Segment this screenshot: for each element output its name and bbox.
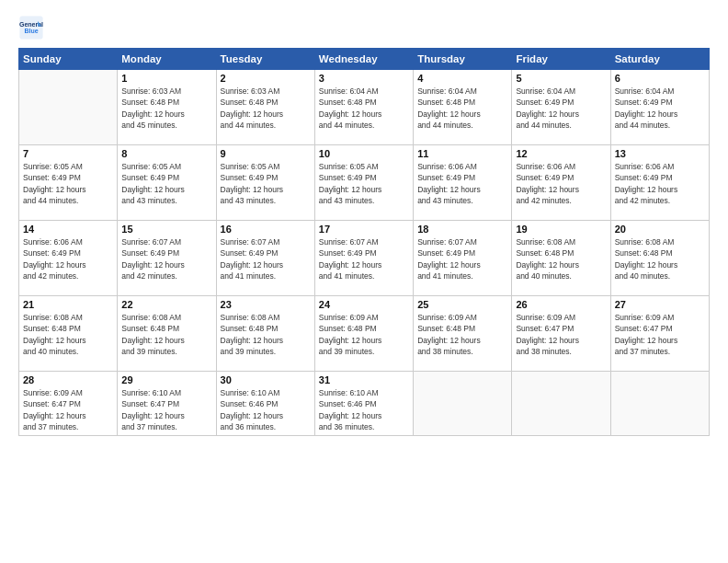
day-info: Sunrise: 6:08 AM Sunset: 6:48 PM Dayligh…: [615, 236, 705, 282]
day-info: Sunrise: 6:06 AM Sunset: 6:49 PM Dayligh…: [23, 236, 113, 282]
day-number: 3: [319, 73, 409, 84]
day-number: 5: [516, 73, 606, 84]
day-info: Sunrise: 6:08 AM Sunset: 6:48 PM Dayligh…: [121, 312, 211, 357]
day-header-saturday: Saturday: [610, 49, 709, 70]
calendar-cell: 5Sunrise: 6:04 AM Sunset: 6:49 PM Daylig…: [512, 70, 610, 145]
day-number: 28: [23, 374, 113, 385]
day-number: 2: [221, 73, 311, 84]
calendar-cell: 18Sunrise: 6:07 AM Sunset: 6:49 PM Dayli…: [414, 221, 512, 296]
day-number: 11: [417, 148, 507, 159]
day-number: 12: [516, 148, 606, 159]
day-info: Sunrise: 6:06 AM Sunset: 6:49 PM Dayligh…: [417, 161, 507, 206]
day-info: Sunrise: 6:05 AM Sunset: 6:49 PM Dayligh…: [319, 161, 409, 206]
calendar-cell: 20Sunrise: 6:08 AM Sunset: 6:48 PM Dayli…: [610, 221, 709, 296]
day-header-sunday: Sunday: [19, 49, 118, 70]
day-info: Sunrise: 6:04 AM Sunset: 6:49 PM Dayligh…: [516, 86, 606, 131]
calendar-cell: 24Sunrise: 6:09 AM Sunset: 6:48 PM Dayli…: [314, 296, 413, 372]
day-info: Sunrise: 6:08 AM Sunset: 6:48 PM Dayligh…: [516, 236, 606, 282]
calendar-cell: [610, 372, 709, 436]
calendar-cell: 27Sunrise: 6:09 AM Sunset: 6:47 PM Dayli…: [610, 296, 709, 372]
calendar-cell: 9Sunrise: 6:05 AM Sunset: 6:49 PM Daylig…: [216, 145, 314, 221]
day-number: 17: [319, 224, 409, 235]
calendar-cell: 30Sunrise: 6:10 AM Sunset: 6:46 PM Dayli…: [216, 372, 314, 436]
day-info: Sunrise: 6:05 AM Sunset: 6:49 PM Dayligh…: [23, 161, 113, 206]
day-number: 30: [221, 374, 311, 385]
calendar-cell: [19, 70, 118, 145]
day-header-friday: Friday: [512, 49, 610, 70]
calendar-cell: 21Sunrise: 6:08 AM Sunset: 6:48 PM Dayli…: [19, 296, 118, 372]
day-header-monday: Monday: [118, 49, 216, 70]
day-number: 25: [417, 299, 507, 310]
day-info: Sunrise: 6:07 AM Sunset: 6:49 PM Dayligh…: [319, 236, 409, 282]
day-info: Sunrise: 6:05 AM Sunset: 6:49 PM Dayligh…: [221, 161, 311, 206]
calendar-cell: 25Sunrise: 6:09 AM Sunset: 6:48 PM Dayli…: [414, 296, 512, 372]
day-number: 4: [417, 73, 507, 84]
calendar-cell: 13Sunrise: 6:06 AM Sunset: 6:49 PM Dayli…: [610, 145, 709, 221]
day-header-thursday: Thursday: [414, 49, 512, 70]
calendar-cell: 7Sunrise: 6:05 AM Sunset: 6:49 PM Daylig…: [19, 145, 118, 221]
day-info: Sunrise: 6:09 AM Sunset: 6:48 PM Dayligh…: [319, 312, 409, 357]
day-number: 9: [221, 148, 311, 159]
day-info: Sunrise: 6:10 AM Sunset: 6:47 PM Dayligh…: [121, 387, 211, 432]
calendar-cell: 22Sunrise: 6:08 AM Sunset: 6:48 PM Dayli…: [118, 296, 216, 372]
day-info: Sunrise: 6:04 AM Sunset: 6:48 PM Dayligh…: [417, 86, 507, 131]
calendar-cell: 3Sunrise: 6:04 AM Sunset: 6:48 PM Daylig…: [314, 70, 413, 145]
day-info: Sunrise: 6:08 AM Sunset: 6:48 PM Dayligh…: [221, 312, 311, 357]
calendar-cell: 15Sunrise: 6:07 AM Sunset: 6:49 PM Dayli…: [118, 221, 216, 296]
calendar-cell: 6Sunrise: 6:04 AM Sunset: 6:49 PM Daylig…: [610, 70, 709, 145]
day-info: Sunrise: 6:07 AM Sunset: 6:49 PM Dayligh…: [121, 236, 211, 282]
day-number: 18: [417, 224, 507, 235]
week-row-3: 14Sunrise: 6:06 AM Sunset: 6:49 PM Dayli…: [19, 221, 710, 296]
day-info: Sunrise: 6:04 AM Sunset: 6:49 PM Dayligh…: [615, 86, 705, 131]
calendar-cell: 8Sunrise: 6:05 AM Sunset: 6:49 PM Daylig…: [118, 145, 216, 221]
day-number: 6: [615, 73, 705, 84]
calendar-cell: 26Sunrise: 6:09 AM Sunset: 6:47 PM Dayli…: [512, 296, 610, 372]
calendar-cell: 29Sunrise: 6:10 AM Sunset: 6:47 PM Dayli…: [118, 372, 216, 436]
calendar-cell: 1Sunrise: 6:03 AM Sunset: 6:48 PM Daylig…: [118, 70, 216, 145]
calendar-cell: 31Sunrise: 6:10 AM Sunset: 6:46 PM Dayli…: [314, 372, 413, 436]
day-number: 14: [23, 224, 113, 235]
day-number: 8: [121, 148, 211, 159]
day-info: Sunrise: 6:04 AM Sunset: 6:48 PM Dayligh…: [319, 86, 409, 131]
week-row-1: 1Sunrise: 6:03 AM Sunset: 6:48 PM Daylig…: [19, 70, 710, 145]
day-number: 10: [319, 148, 409, 159]
svg-text:Blue: Blue: [24, 28, 38, 34]
day-info: Sunrise: 6:09 AM Sunset: 6:48 PM Dayligh…: [417, 312, 507, 357]
calendar-cell: 4Sunrise: 6:04 AM Sunset: 6:48 PM Daylig…: [414, 70, 512, 145]
calendar-cell: 10Sunrise: 6:05 AM Sunset: 6:49 PM Dayli…: [314, 145, 413, 221]
day-header-wednesday: Wednesday: [314, 49, 413, 70]
day-number: 16: [221, 224, 311, 235]
day-number: 26: [516, 299, 606, 310]
calendar-cell: 17Sunrise: 6:07 AM Sunset: 6:49 PM Dayli…: [314, 221, 413, 296]
day-info: Sunrise: 6:05 AM Sunset: 6:49 PM Dayligh…: [121, 161, 211, 206]
day-info: Sunrise: 6:07 AM Sunset: 6:49 PM Dayligh…: [417, 236, 507, 282]
page: General Blue SundayMondayTuesdayWednesda…: [0, 0, 728, 563]
day-info: Sunrise: 6:03 AM Sunset: 6:48 PM Dayligh…: [121, 86, 211, 131]
calendar-cell: 2Sunrise: 6:03 AM Sunset: 6:48 PM Daylig…: [216, 70, 314, 145]
calendar-cell: 11Sunrise: 6:06 AM Sunset: 6:49 PM Dayli…: [414, 145, 512, 221]
day-info: Sunrise: 6:03 AM Sunset: 6:48 PM Dayligh…: [221, 86, 311, 131]
day-number: 20: [615, 224, 705, 235]
week-row-2: 7Sunrise: 6:05 AM Sunset: 6:49 PM Daylig…: [19, 145, 710, 221]
day-number: 7: [23, 148, 113, 159]
day-number: 1: [121, 73, 211, 84]
calendar-cell: 23Sunrise: 6:08 AM Sunset: 6:48 PM Dayli…: [216, 296, 314, 372]
calendar-table: SundayMondayTuesdayWednesdayThursdayFrid…: [18, 48, 710, 436]
day-number: 31: [319, 374, 409, 385]
day-info: Sunrise: 6:10 AM Sunset: 6:46 PM Dayligh…: [319, 387, 409, 432]
calendar-header-row: SundayMondayTuesdayWednesdayThursdayFrid…: [19, 49, 710, 70]
calendar-cell: [512, 372, 610, 436]
logo-icon: General Blue: [18, 15, 44, 40]
day-info: Sunrise: 6:10 AM Sunset: 6:46 PM Dayligh…: [221, 387, 311, 432]
day-info: Sunrise: 6:08 AM Sunset: 6:48 PM Dayligh…: [23, 312, 113, 357]
day-number: 21: [23, 299, 113, 310]
day-info: Sunrise: 6:09 AM Sunset: 6:47 PM Dayligh…: [516, 312, 606, 357]
calendar-cell: 16Sunrise: 6:07 AM Sunset: 6:49 PM Dayli…: [216, 221, 314, 296]
calendar-cell: 14Sunrise: 6:06 AM Sunset: 6:49 PM Dayli…: [19, 221, 118, 296]
logo: General Blue: [18, 15, 44, 40]
day-number: 22: [121, 299, 211, 310]
day-number: 13: [615, 148, 705, 159]
calendar-cell: 19Sunrise: 6:08 AM Sunset: 6:48 PM Dayli…: [512, 221, 610, 296]
day-info: Sunrise: 6:07 AM Sunset: 6:49 PM Dayligh…: [221, 236, 311, 282]
day-number: 19: [516, 224, 606, 235]
